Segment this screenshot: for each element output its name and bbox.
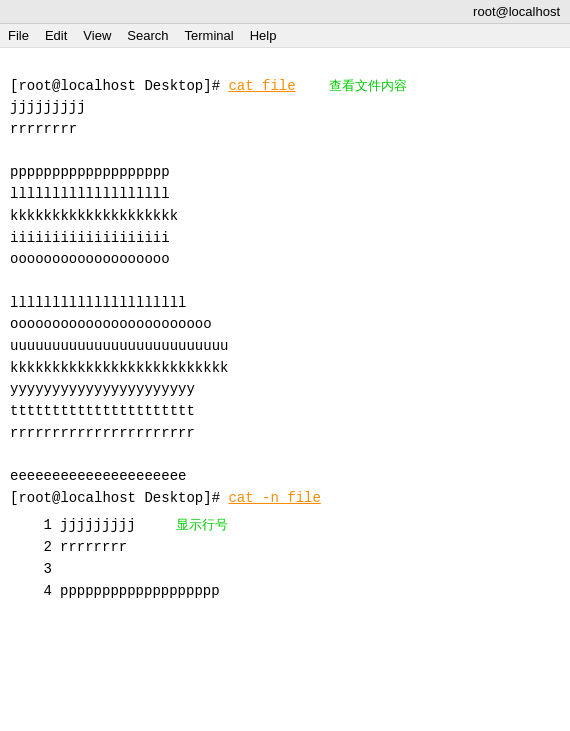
cmd2-prefix: [root@localhost Desktop]# — [10, 490, 228, 506]
menu-view[interactable]: View — [83, 28, 111, 43]
title-bar: root@localhost — [0, 0, 570, 24]
output-line-13: tttttttttttttttttttttt — [10, 403, 195, 419]
output-line-9: oooooooooooooooooooooooo — [10, 316, 212, 332]
cmd1-prefix: [root@localhost Desktop]# — [10, 78, 228, 94]
line-content-2: rrrrrrrr — [60, 537, 127, 559]
menu-terminal[interactable]: Terminal — [185, 28, 234, 43]
output-line-11: kkkkkkkkkkkkkkkkkkkkkkkkkk — [10, 360, 228, 376]
cmd2-command: cat -n file — [228, 490, 320, 506]
cmd1-command: cat file — [228, 78, 295, 94]
menu-help[interactable]: Help — [250, 28, 277, 43]
numbered-line-2: 2 rrrrrrrr — [10, 537, 560, 559]
output-line-10: uuuuuuuuuuuuuuuuuuuuuuuuuu — [10, 338, 228, 354]
output-line-1: jjjjjjjjj — [10, 99, 86, 115]
menu-edit[interactable]: Edit — [45, 28, 67, 43]
numbered-line-4: 4 ppppppppppppppppppp — [10, 581, 560, 603]
output-line-3: ppppppppppppppppppp — [10, 164, 170, 180]
title-text: root@localhost — [473, 4, 560, 19]
terminal-body: [root@localhost Desktop]# cat file 查看文件内… — [0, 48, 570, 515]
line-content-4: ppppppppppppppppppp — [60, 581, 220, 603]
output-line-7: ooooooooooooooooooo — [10, 251, 170, 267]
output-line-6: iiiiiiiiiiiiiiiiiii — [10, 230, 170, 246]
output-line-8: lllllllllllllllllllll — [10, 295, 186, 311]
numbered-line-1: 1 jjjjjjjjj 显示行号 — [10, 515, 560, 537]
output-line-4: lllllllllllllllllll — [10, 186, 170, 202]
menu-file[interactable]: File — [8, 28, 29, 43]
output-line-15: eeeeeeeeeeeeeeeeeeeee — [10, 468, 186, 484]
line-number-1: 1 — [10, 515, 60, 537]
menu-search[interactable]: Search — [127, 28, 168, 43]
output-line-5: kkkkkkkkkkkkkkkkkkkk — [10, 208, 178, 224]
line-number-4: 4 — [10, 581, 60, 603]
cmd1-line: [root@localhost Desktop]# cat file 查看文件内… — [10, 78, 407, 94]
menu-bar: File Edit View Search Terminal Help — [0, 24, 570, 48]
annotation2: 显示行号 — [176, 515, 228, 537]
line-number-3: 3 — [10, 559, 60, 581]
numbered-output: 1 jjjjjjjjj 显示行号 2 rrrrrrrr 3 4 pppppppp… — [0, 515, 570, 602]
line-number-2: 2 — [10, 537, 60, 559]
output-line-14: rrrrrrrrrrrrrrrrrrrrrr — [10, 425, 195, 441]
output-line-2: rrrrrrrr — [10, 121, 77, 137]
line-content-1: jjjjjjjjj — [60, 515, 136, 537]
annotation1: 查看文件内容 — [329, 78, 407, 93]
output-line-12: yyyyyyyyyyyyyyyyyyyyyy — [10, 381, 195, 397]
cmd2-line: [root@localhost Desktop]# cat -n file — [10, 490, 321, 506]
numbered-line-3: 3 — [10, 559, 560, 581]
